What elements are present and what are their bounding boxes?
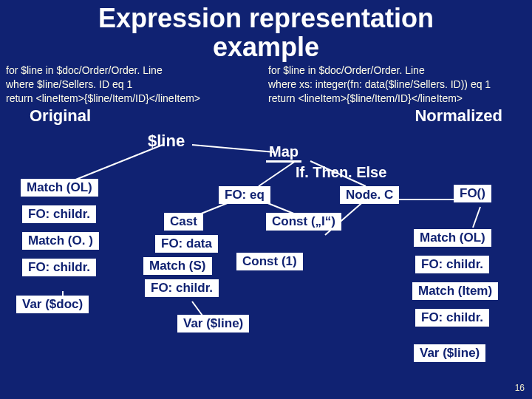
svg-line-2 — [259, 161, 296, 186]
node-match-o: Match (O. ) — [22, 232, 99, 250]
node-nodec: Node. C — [340, 186, 399, 204]
node-match-s: Match (S) — [143, 257, 212, 275]
node-const-i: Const („I“) — [266, 213, 341, 231]
tree-diagram: $line Map If. Then. Else Match (OL) FO: … — [0, 126, 532, 392]
tree-ite-label: If. Then. Else — [296, 164, 386, 181]
orig-l1: for $line in $doc/Order/Order. Line — [6, 64, 264, 78]
orig-l3: return <lineItem>{$line/Item/ID}</lineIt… — [6, 92, 264, 106]
node-match-ol-r: Match (OL) — [414, 229, 491, 247]
node-fo-paren: FO() — [454, 185, 491, 202]
node-fo-childr-m: FO: childr. — [145, 279, 219, 297]
norm-l3: return <lineItem>{$line/Item/ID}</lineIt… — [268, 92, 526, 106]
node-fo-eq: FO: eq — [219, 186, 270, 204]
node-var-doc: Var ($doc) — [16, 296, 89, 313]
original-code: for $line in $doc/Order/Order. Line wher… — [6, 64, 264, 106]
title-line2: example — [213, 32, 319, 62]
node-const-1: Const (1) — [236, 253, 303, 270]
node-match-ol-left: Match (OL) — [21, 179, 98, 197]
node-var-line-m: Var ($line) — [177, 315, 249, 332]
node-var-line-r: Var ($line) — [414, 344, 485, 362]
norm-l1: for $line in $doc/Order/Order. Line — [268, 64, 526, 78]
svg-line-1 — [192, 145, 275, 152]
norm-l2: where xs: integer(fn: data($line/Sellers… — [268, 78, 526, 92]
slide-title: Expression representation example — [0, 0, 532, 62]
label-normalized: Normalized — [415, 106, 502, 126]
normalized-code: for $line in $doc/Order/Order. Line wher… — [268, 64, 526, 106]
orig-l2: where $line/Sellers. ID eq 1 — [6, 78, 264, 92]
tree-line-label: $line — [148, 132, 185, 151]
code-columns: for $line in $doc/Order/Order. Line wher… — [0, 62, 532, 106]
label-row: Original Normalized — [0, 105, 532, 126]
node-cast: Cast — [164, 213, 203, 231]
node-fo-childr-r2: FO: childr. — [415, 309, 489, 327]
node-fo-childr-l2: FO: childr. — [22, 259, 96, 276]
label-original: Original — [30, 106, 91, 126]
tree-map-label: Map — [266, 143, 301, 163]
node-match-item: Match (Item) — [412, 282, 498, 300]
title-line1: Expression representation — [98, 3, 434, 33]
node-fo-childr-l1: FO: childr. — [22, 205, 96, 223]
node-fo-data: FO: data — [155, 235, 218, 253]
page-number: 16 — [515, 383, 525, 393]
node-fo-childr-r1: FO: childr. — [415, 256, 489, 273]
svg-line-8 — [473, 207, 480, 228]
